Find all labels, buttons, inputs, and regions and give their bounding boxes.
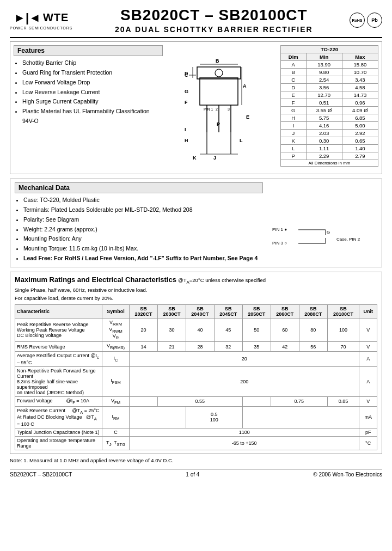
temp-char: Operating and Storage Temperature Range [15,437,102,450]
pinout-svg: PIN 1 ● G PIN 3 ○ Case, PIN 2 [271,220,375,264]
dim-row-C: C2.543.43 [281,76,378,84]
vrms-char: RMS Reverse Voltage [15,342,102,352]
company-sub: POWER SEMICONDUCTORS [10,26,73,30]
svg-text:D: D [185,71,188,76]
vfm-sym: VFM [102,396,130,406]
svg-point-2 [215,69,223,77]
sb2045-header: SB2045CT [214,304,242,318]
svg-text:G: G [327,230,330,235]
sb2080-header: SB2080CT [299,304,327,318]
dim-row-I: I4.165.00 [281,122,378,130]
max-col-header: Max [342,53,378,61]
feature-item-2: Guard Ring for Transient Protection [22,68,163,78]
cap-sym: C [102,428,130,437]
logo-area: ►|◄ WTE POWER SEMICONDUCTORS [10,11,73,30]
row-irm: Peak Reverse Current @TA = 25°CAt Rated … [15,406,377,428]
svg-text:G: G [185,89,188,94]
svg-text:L: L [240,138,243,143]
svg-text:PIN 3 ○: PIN 3 ○ [272,241,287,246]
sb2020-header: SB2020CT [130,304,158,318]
mech-item-3: Polarity: See Diagram [23,215,263,225]
feature-item-4: Low Reverse Leakage Current [22,88,163,97]
diagram-area: PIN 1 2 3 B A C G D F E P I [167,45,276,170]
dim-col-header: Dim [281,53,307,61]
mechanical-list: Case: TO-220, Molded Plastic Terminals: … [15,195,263,264]
svg-text:P: P [217,121,220,127]
dim-row-J: J2.032.92 [281,130,378,137]
sb2060-header: SB2060CT [271,304,299,318]
ic-char: Average Rectified Output Current @Ic – 9… [15,351,102,366]
unit-col-header: Unit [359,304,377,318]
vfm-50 [242,396,271,406]
dim-row-B: B9.8010.70 [281,69,378,76]
row-vr: Peak Repetitive Reverse VoltageWorking P… [15,318,377,341]
dim-row-G: G3.55 Ø4.09 Ø [281,107,378,114]
irm-unit: mA [359,406,377,428]
svg-rect-1 [197,67,241,79]
vrms-21: 21 [157,342,186,352]
ic-unit: A [359,351,377,366]
part-number-title: SB2020CT – SB20100CT [84,7,344,24]
vr-char: Peak Repetitive Reverse VoltageWorking P… [15,318,102,341]
irm-char: Peak Reverse Current @TA = 25°CAt Rated … [15,406,102,428]
dim-footer-row: All Dimensions in mm [281,160,378,167]
ratings-section: Maximum Ratings and Electrical Character… [10,272,382,454]
features-section: Features Schottky Barrier Chip Guard Rin… [14,45,163,170]
vrms-unit: V [359,342,377,352]
ratings-temp: @TA=20°C unless otherwise specified [178,277,266,283]
vfm-unit: V [359,396,377,406]
mech-item-7: Lead Free: For RoHS / Lead Free Version,… [23,254,263,264]
ratings-sub1: Single Phase, half wave, 60Hz, resistive… [15,287,377,293]
dim-row-H: H5.756.85 [281,114,378,122]
dim-row-D: D3.564.58 [281,84,378,91]
svg-text:B: B [216,58,219,64]
vfm-085: 0.85 [327,396,359,406]
note-section: Note: 1. Measured at 1.0 MHz and applied… [10,457,382,463]
row-vfm: Forward Voltage @IF = 10A VFM 0.55 0.75 … [15,396,377,406]
irm-empty2 [242,406,359,428]
vrms-32: 32 [214,342,242,352]
irm-sym: IRM [102,406,130,428]
feature-item-6: Plastic Material has UL Flammability Cla… [22,107,163,126]
vfm-char: Forward Voltage @IF = 10A [15,396,102,406]
svg-text:PIN 1 ●: PIN 1 ● [272,227,287,232]
vfm-075: 0.75 [271,396,327,406]
sb20100-header: SB20100CT [327,304,359,318]
row-ifsm: Non-Repetitive Peak Forward Surge Curren… [15,366,377,396]
row-vrms: RMS Reverse Voltage VR(RMS) 14 21 28 32 … [15,342,377,352]
char-col-header: Characteristic [15,304,102,318]
mechanical-section: Mechanical Data Case: TO-220, Molded Pla… [10,179,382,267]
mech-item-4: Weight: 2.24 grams (approx.) [23,225,263,235]
dim-row-P: P2.292.79 [281,152,378,160]
pb-badge: Pb [367,13,382,28]
vr-40: 40 [186,318,214,341]
rohs-badge: RoHS [350,13,365,28]
vr-60: 60 [271,318,299,341]
dim-table-title: TO-220 [281,46,378,53]
svg-text:3: 3 [228,107,230,111]
vfm-055: 0.55 [157,396,242,406]
mech-item-1: Case: TO-220, Molded Plastic [23,195,263,205]
row-cap: Typical Junction Capacitance (Note 1) C … [15,428,377,437]
vrms-56: 56 [299,342,327,352]
badges-area: RoHS Pb [350,13,382,28]
ifsm-sym: IFSM [102,366,130,396]
ic-val: 20 [130,351,359,366]
ifsm-val: 200 [130,366,359,396]
sb2050-header: SB2050CT [242,304,271,318]
svg-text:Case, PIN 2: Case, PIN 2 [336,237,360,242]
svg-text:F: F [185,100,188,105]
ifsm-unit: A [359,366,377,396]
dim-row-A: A13.9015.80 [281,61,378,69]
temp-sym: TJ, TSTG [102,437,130,450]
svg-text:H: H [185,138,188,143]
page-footer: SB2020CT – SB20100CT 1 of 4 © 2006 Won-T… [10,469,382,477]
svg-text:K: K [193,155,197,161]
mech-item-2: Terminals: Plated Leads Solderable per M… [23,205,263,215]
mech-item-5: Mounting Position: Any [23,234,263,244]
vfm-20 [130,396,158,406]
mechanical-title: Mechanical Data [15,182,263,193]
svg-rect-0 [200,78,238,105]
pinout-diagram: PIN 1 ● G PIN 3 ○ Case, PIN 2 [268,182,377,264]
vr-100: 100 [327,318,359,341]
